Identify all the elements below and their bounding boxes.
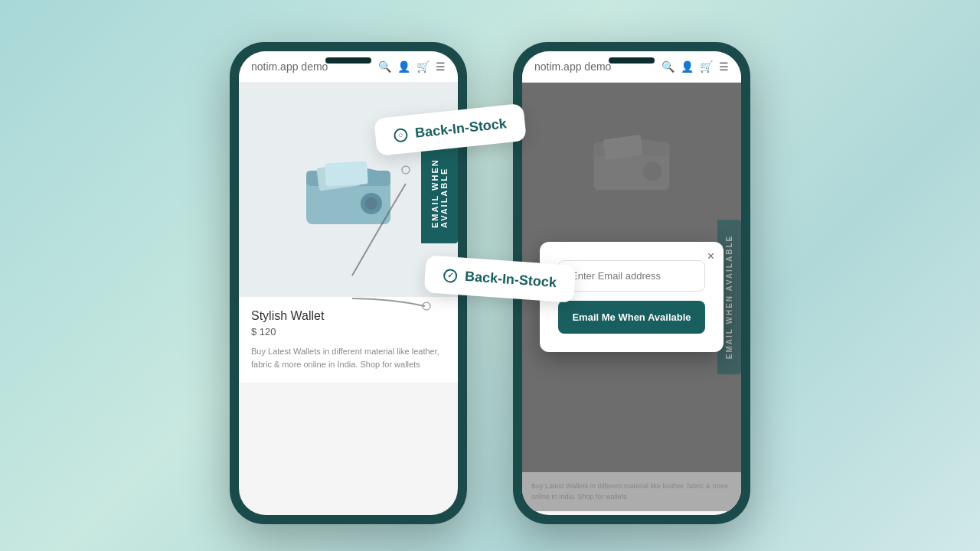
- user-icon-2[interactable]: 👤: [681, 60, 694, 73]
- menu-icon-2[interactable]: ☰: [719, 60, 729, 73]
- product-description: Buy Latest Wallets in different material…: [251, 345, 446, 370]
- search-icon-2[interactable]: 🔍: [662, 60, 675, 73]
- user-icon[interactable]: 👤: [397, 60, 410, 73]
- wallet-svg: [299, 152, 398, 228]
- menu-icon[interactable]: ☰: [436, 60, 446, 73]
- tag-check-icon: ○: [393, 127, 408, 142]
- tag-top-label: Back-In-Stock: [414, 116, 508, 141]
- phone-1-vertical-tab[interactable]: EMAIL WHEN AVAILABLE: [421, 136, 458, 243]
- modal-close-button[interactable]: ×: [707, 249, 714, 263]
- product-price: $ 120: [251, 326, 446, 337]
- scene: ○ Back-In-Stock ✓ Back-In-Stock notim.ap…: [0, 0, 980, 551]
- phone-2-logo: notim.app demo: [534, 60, 611, 73]
- email-input[interactable]: [558, 260, 705, 292]
- cart-icon-2[interactable]: 🛒: [700, 60, 713, 73]
- phone-2-navbar: notim.app demo 🔍 👤 🛒 ☰: [522, 51, 741, 83]
- search-icon[interactable]: 🔍: [378, 60, 391, 73]
- phone-1-nav-icons: 🔍 👤 🛒 ☰: [378, 60, 446, 73]
- tag-bottom-label: Back-In-Stock: [464, 269, 557, 291]
- phone-2-nav-icons: 🔍 👤 🛒 ☰: [662, 60, 729, 73]
- tag-check-icon-2: ✓: [443, 268, 458, 282]
- email-submit-button[interactable]: Email Me When Available: [558, 301, 705, 334]
- phone-1-navbar: notim.app demo 🔍 👤 🛒 ☰: [239, 51, 458, 83]
- product-name: Stylish Wallet: [251, 309, 446, 323]
- cart-icon[interactable]: 🛒: [416, 60, 430, 73]
- phone-1-logo: notim.app demo: [251, 60, 328, 73]
- svg-point-5: [365, 197, 377, 210]
- svg-rect-7: [325, 161, 368, 187]
- phone-1-product-info: Stylish Wallet $ 120 Buy Latest Wallets …: [239, 297, 458, 383]
